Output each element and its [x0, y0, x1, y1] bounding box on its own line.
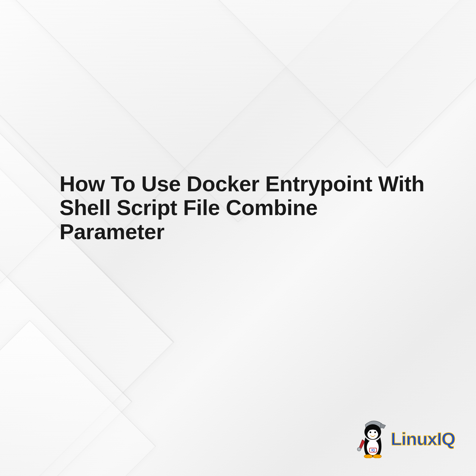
- svg-point-7: [357, 447, 361, 451]
- svg-text:IQ: IQ: [371, 448, 375, 452]
- brand-logo: IQ LinuxIQ: [356, 419, 455, 458]
- brand-name: LinuxIQ: [391, 429, 455, 449]
- svg-point-6: [367, 440, 379, 455]
- article-title: How To Use Docker Entrypoint With Shell …: [60, 172, 428, 244]
- tux-penguin-icon: IQ: [356, 419, 389, 458]
- svg-point-4: [369, 431, 371, 433]
- svg-point-11: [373, 455, 381, 458]
- svg-point-1: [367, 430, 378, 439]
- svg-point-5: [374, 431, 376, 433]
- svg-point-10: [364, 455, 372, 458]
